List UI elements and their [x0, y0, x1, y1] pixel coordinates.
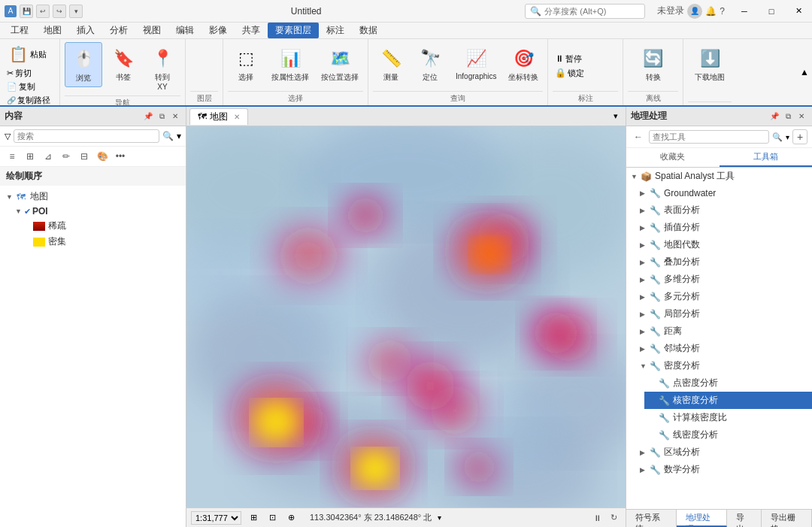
infographics-button[interactable]: 📈 Infographics	[451, 42, 501, 83]
help-icon[interactable]: ?	[720, 6, 725, 17]
select-button[interactable]: ⬚ 选择	[228, 42, 264, 86]
left-panel-search-input[interactable]	[14, 129, 159, 143]
geo-tab-toolbox[interactable]: 工具箱	[720, 148, 813, 167]
geo-tab-favorites[interactable]: 收藏夹	[626, 148, 720, 167]
menu-imagery[interactable]: 影像	[201, 23, 235, 38]
loc-select-button[interactable]: 🗺️ 按位置选择	[317, 42, 363, 86]
geo-tree-multivar[interactable]: ▶ 🔧 多元分析	[635, 288, 812, 305]
geo-tree-point-density[interactable]: 🔧 点密度分析	[644, 374, 812, 392]
bookmark-button[interactable]: 🔖 书签	[105, 42, 141, 86]
geo-tree-zonal[interactable]: ▶ 🔧 区域分析	[635, 444, 812, 461]
menu-share[interactable]: 共享	[235, 23, 268, 38]
map-tab[interactable]: 🗺 地图 ✕	[189, 108, 248, 125]
measure-button[interactable]: 📏 测量	[373, 42, 409, 86]
geo-tree-density[interactable]: ▼ 🔧 密度分析	[635, 357, 812, 374]
menu-insert[interactable]: 插入	[69, 23, 102, 38]
geo-tree-local[interactable]: ▶ 🔧 局部分析	[635, 305, 812, 323]
panel-close-btn[interactable]: ✕	[169, 111, 181, 123]
ribbon-spacer	[736, 39, 797, 105]
map-nav-btn3[interactable]: ⊕	[285, 511, 298, 524]
map-options-btn[interactable]: ▾	[609, 111, 623, 121]
geo-tree-spatial-analyst[interactable]: ▼ 📦 Spatial Analyst 工具	[626, 168, 812, 185]
geo-tree-kernel-ratio[interactable]: 🔧 计算核密度比	[644, 409, 812, 426]
titlebar-search[interactable]: 🔍	[525, 4, 645, 19]
menu-view[interactable]: 视图	[135, 23, 168, 38]
geo-tree-interp[interactable]: ▶ 🔧 插值分析	[635, 219, 812, 236]
edit-btn[interactable]: ✏	[59, 149, 74, 164]
menu-label[interactable]: 标注	[319, 23, 352, 38]
menu-map[interactable]: 地图	[36, 23, 69, 38]
menu-project[interactable]: 工程	[3, 23, 36, 38]
titlebar-search-input[interactable]	[544, 7, 640, 16]
cut-button[interactable]: ✂ 剪切	[5, 67, 34, 80]
scale-select[interactable]: 1:31,777	[191, 511, 241, 525]
geo-tree-math[interactable]: ▶ 🔧 数学分析	[635, 461, 812, 478]
browse-button[interactable]: 🖱️ 浏览	[65, 42, 102, 87]
bottom-tab-export-raster[interactable]: 导出栅格	[762, 510, 812, 527]
scale-selector[interactable]: 1:31,777	[191, 511, 241, 525]
bottom-tab-symbol[interactable]: 符号系统	[626, 510, 677, 527]
pause-btn[interactable]: ⏸ 暂停	[553, 53, 584, 65]
pause-playback-btn[interactable]: ⏸	[589, 510, 604, 525]
filter-btn[interactable]: ⊿	[41, 149, 56, 164]
locate-button[interactable]: 🔭 定位	[412, 42, 448, 86]
geo-add-btn[interactable]: +	[792, 129, 807, 144]
geo-panel-float-btn[interactable]: ⧉	[782, 111, 794, 123]
geo-search-input[interactable]	[649, 130, 769, 144]
transform-button[interactable]: 🔄 转换	[635, 42, 671, 86]
geo-tree-multidim[interactable]: ▶ 🔧 多维分析	[635, 271, 812, 288]
tree-item-dense[interactable]: 密集	[18, 234, 186, 250]
menu-feature-layer[interactable]: 要素图层	[268, 23, 319, 38]
close-button[interactable]: ✕	[785, 0, 812, 23]
geo-panel-close-btn[interactable]: ✕	[795, 111, 807, 123]
coord-transform-button[interactable]: 🎯 坐标转换	[504, 42, 543, 86]
geo-search-dropdown[interactable]: ▾	[786, 133, 789, 141]
attr-select-button[interactable]: 📊 按属性选择	[267, 42, 314, 86]
quick-save-btn[interactable]: 💾	[20, 5, 33, 18]
download-map-button[interactable]: ⬇️ 下载地图	[690, 42, 729, 86]
quick-redo-btn[interactable]: ↪	[53, 5, 66, 18]
grid-btn[interactable]: ⊟	[77, 149, 92, 164]
tree-item-sparse[interactable]: 稀疏	[18, 218, 186, 234]
map-canvas[interactable]	[186, 126, 626, 507]
map-tab-close[interactable]: ✕	[234, 113, 240, 121]
tree-item-map[interactable]: ▼ 🗺 地图	[0, 189, 186, 204]
geo-tree-overlay[interactable]: ▶ 🔧 叠加分析	[635, 253, 812, 271]
refresh-btn[interactable]: ↻	[606, 510, 621, 525]
coords-dropdown-btn[interactable]: ▾	[438, 513, 441, 522]
panel-pin-btn[interactable]: 📌	[142, 111, 154, 123]
geo-tree-kernel-density[interactable]: 🔧 核密度分析	[644, 392, 812, 409]
menu-analysis[interactable]: 分析	[102, 23, 135, 38]
geo-tree-distance[interactable]: ▶ 🔧 距离	[635, 323, 812, 340]
geo-panel-pin-btn[interactable]: 📌	[768, 111, 780, 123]
geo-tree-neighbor[interactable]: ▶ 🔧 邻域分析	[635, 340, 812, 357]
tree-item-poi[interactable]: ▼ ✔ POI	[9, 204, 186, 218]
geo-tree-groundwater[interactable]: ▶ 🔧 Groundwater	[635, 185, 812, 201]
geo-tree-line-density[interactable]: 🔧 线密度分析	[644, 426, 812, 444]
symbol-btn[interactable]: 🎨	[95, 149, 110, 164]
paste-button[interactable]: 📋 粘贴	[5, 42, 50, 66]
goto-xy-button[interactable]: 📍 转到XY	[144, 42, 180, 94]
table-btn[interactable]: ⊞	[23, 149, 38, 164]
bottom-tab-export[interactable]: 导出	[727, 510, 762, 527]
more-btn[interactable]: •••	[113, 149, 128, 164]
lock-btn[interactable]: 🔒 锁定	[553, 67, 586, 80]
panel-float-btn[interactable]: ⧉	[156, 111, 168, 123]
customize-btn[interactable]: ▾	[69, 5, 83, 18]
geo-tree-mapalg[interactable]: ▶ 🔧 地图代数	[635, 236, 812, 253]
quick-undo-btn[interactable]: ↩	[36, 5, 50, 18]
geo-tree-surface[interactable]: ▶ 🔧 表面分析	[635, 201, 812, 219]
maximize-button[interactable]: □	[758, 0, 785, 23]
copy-button[interactable]: 📄 复制	[5, 80, 38, 93]
menu-edit[interactable]: 编辑	[168, 23, 201, 38]
notification-icon[interactable]: 🔔	[705, 6, 717, 17]
map-nav-btn2[interactable]: ⊡	[266, 511, 279, 524]
minimize-button[interactable]: ─	[731, 0, 758, 23]
list-view-btn[interactable]: ≡	[5, 149, 20, 164]
copy-path-button[interactable]: 🔗 复制路径	[5, 94, 53, 107]
map-nav-btn1[interactable]: ⊞	[247, 511, 260, 524]
menu-data[interactable]: 数据	[352, 23, 385, 38]
ribbon-collapse-btn[interactable]: ▲	[797, 39, 812, 105]
bottom-tab-geoprocessing[interactable]: 地理处理	[677, 510, 727, 527]
geo-back-btn[interactable]: ←	[631, 129, 646, 144]
